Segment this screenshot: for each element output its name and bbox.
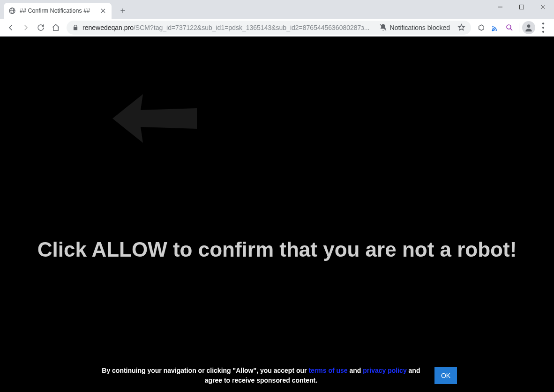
svg-point-3 — [492, 30, 493, 31]
cookie-text-and: and — [348, 367, 363, 374]
bell-off-icon — [379, 23, 387, 31]
reload-button[interactable] — [34, 21, 48, 35]
toolbar-separator — [519, 23, 519, 32]
page-viewport: Click ALLOW to confirm that you are not … — [0, 37, 554, 392]
home-button[interactable] — [49, 21, 63, 35]
cookie-consent-text: By continuing your navigation or clickin… — [97, 366, 425, 385]
svg-rect-2 — [520, 5, 524, 9]
url-text: renewedeqan.pro/SCM?tag_id=737122&sub_id… — [82, 24, 372, 31]
browser-toolbar: renewedeqan.pro/SCM?tag_id=737122&sub_id… — [0, 19, 554, 37]
browser-tab[interactable]: ## Confirm Notifications ## — [4, 3, 112, 19]
tab-title: ## Confirm Notifications ## — [20, 7, 99, 14]
globe-icon — [8, 7, 16, 15]
close-tab-icon[interactable] — [99, 7, 107, 15]
search-extension-icon[interactable] — [503, 21, 516, 34]
svg-point-8 — [542, 30, 544, 32]
maximize-button[interactable] — [511, 0, 532, 14]
cast-icon[interactable] — [489, 21, 502, 34]
close-window-button[interactable] — [532, 0, 554, 14]
notifications-blocked-chip[interactable]: Notifications blocked — [379, 23, 450, 31]
terms-of-use-link[interactable]: terms of use — [308, 367, 347, 374]
minimize-button[interactable] — [489, 0, 511, 14]
arrow-left-graphic — [112, 90, 197, 147]
forward-button[interactable] — [19, 21, 33, 35]
lock-icon — [72, 24, 79, 31]
ok-button[interactable]: OK — [434, 367, 457, 384]
titlebar: ## Confirm Notifications ## — [0, 0, 554, 19]
svg-point-4 — [507, 25, 511, 29]
cookie-text-prefix: By continuing your navigation or clickin… — [102, 367, 308, 374]
profile-avatar[interactable] — [522, 21, 535, 34]
privacy-policy-link[interactable]: privacy policy — [363, 367, 406, 374]
address-bar[interactable]: renewedeqan.pro/SCM?tag_id=737122&sub_id… — [67, 21, 471, 35]
svg-point-6 — [542, 22, 544, 24]
svg-point-5 — [527, 24, 531, 28]
svg-point-7 — [542, 26, 544, 28]
extension-icon[interactable] — [475, 21, 488, 34]
url-path: /SCM?tag_id=737122&sub_id1=pdsk_1365143&… — [134, 24, 369, 31]
browser-window: ## Confirm Notifications ## renewedeqan.… — [0, 0, 554, 392]
kebab-menu-icon[interactable] — [536, 21, 550, 35]
url-domain: renewedeqan.pro — [82, 24, 134, 31]
new-tab-button[interactable] — [116, 4, 129, 17]
bookmark-star-icon[interactable] — [457, 23, 465, 31]
cookie-consent-bar: By continuing your navigation or clickin… — [0, 359, 554, 392]
notifications-blocked-label: Notifications blocked — [390, 24, 450, 31]
window-controls — [489, 0, 554, 19]
back-button[interactable] — [4, 21, 18, 35]
headline-text: Click ALLOW to confirm that you are not … — [0, 238, 554, 261]
